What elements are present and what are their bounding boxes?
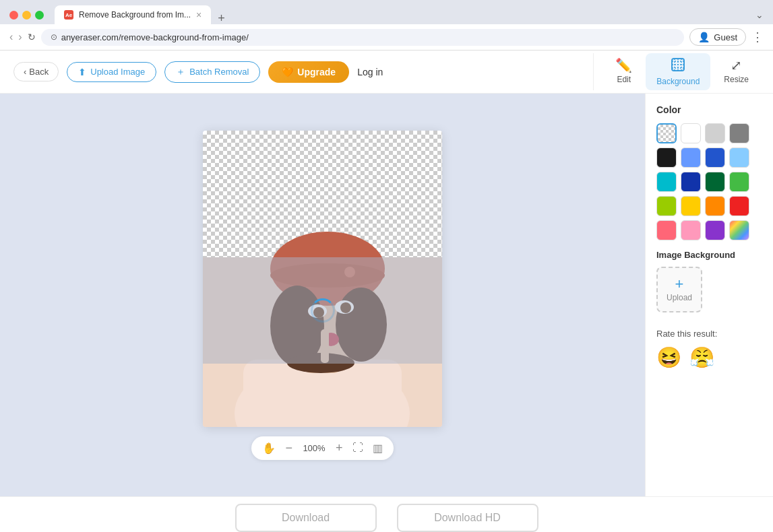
- color-swatch-yellow[interactable]: [681, 196, 701, 216]
- thumbs-down-emoji-button[interactable]: 😤: [689, 345, 714, 369]
- upload-image-button[interactable]: ⬆ Upload Image: [67, 62, 156, 82]
- color-swatch-teal[interactable]: [656, 172, 677, 192]
- color-swatch-skyblue[interactable]: [729, 147, 749, 168]
- color-swatch-blue-light[interactable]: [681, 147, 701, 168]
- color-swatch-gray[interactable]: [729, 123, 749, 143]
- download-hd-section: Download HD Full image: 362 x 453 px i: [397, 504, 538, 533]
- zoom-in-button[interactable]: +: [336, 441, 343, 455]
- color-section-title: Color: [656, 104, 762, 115]
- address-icon: ⊙: [51, 32, 57, 42]
- color-swatch-purple[interactable]: [705, 220, 725, 240]
- loading-spinner: [311, 298, 335, 323]
- color-swatch-blue[interactable]: [705, 147, 725, 168]
- color-swatch-red[interactable]: [729, 196, 749, 216]
- back-label: Back: [29, 67, 49, 77]
- color-swatch-pink[interactable]: [656, 220, 677, 240]
- app-header: ‹ Back ⬆ Upload Image ＋ Batch Removal 🧡 …: [0, 51, 773, 94]
- resize-label: Resize: [724, 75, 749, 84]
- background-icon: [671, 57, 685, 75]
- nav-back-button[interactable]: ‹: [9, 31, 13, 43]
- split-view-button[interactable]: ▥: [373, 442, 383, 455]
- download-section: Download Preview image: 290 x 362 px i: [235, 504, 377, 533]
- zoom-level: 100%: [302, 443, 326, 453]
- tab-overflow-icon[interactable]: ⌄: [755, 9, 764, 20]
- image-bg-title: Image Background: [656, 250, 762, 260]
- color-swatch-lime[interactable]: [656, 196, 677, 216]
- color-swatch-black[interactable]: [656, 147, 677, 168]
- portrait-svg: [203, 131, 442, 427]
- upload-icon: ⬆: [78, 67, 86, 77]
- color-swatch-lightgray[interactable]: [705, 123, 725, 143]
- color-swatch-gradient[interactable]: [729, 220, 749, 240]
- resize-icon: ⤢: [731, 57, 742, 73]
- image-container[interactable]: [203, 131, 442, 427]
- tool-resize-button[interactable]: ⤢ Resize: [713, 53, 760, 90]
- color-swatch-orange[interactable]: [705, 196, 725, 216]
- batch-label: Batch Removal: [189, 67, 249, 77]
- address-text: anyeraser.com/remove-background-from-ima…: [61, 32, 249, 42]
- tool-buttons: ✏️ Edit Background ⤢ Resize: [593, 53, 760, 90]
- main-layout: ✋ − 100% + ⛶ ▥ Color: [0, 94, 773, 496]
- hand-tool-button[interactable]: ✋: [262, 442, 276, 455]
- color-swatch-hotpink[interactable]: [681, 220, 701, 240]
- browser-more-button[interactable]: ⋮: [751, 30, 764, 44]
- login-button[interactable]: Log in: [357, 67, 383, 77]
- download-bar: Download Preview image: 290 x 362 px i D…: [0, 496, 773, 532]
- back-button[interactable]: ‹ Back: [13, 62, 59, 81]
- color-swatch-green-dark[interactable]: [705, 172, 725, 192]
- download-hd-label: Download HD: [434, 512, 501, 523]
- image-bg-section: Image Background + Upload: [656, 250, 762, 312]
- upgrade-button[interactable]: 🧡 Upgrade: [268, 61, 349, 83]
- canvas-area: ✋ − 100% + ⛶ ▥: [0, 94, 645, 496]
- rate-title: Rate this result:: [656, 329, 762, 339]
- download-button[interactable]: Download: [235, 504, 377, 532]
- address-bar-row: ‹ › ↻ ⊙ anyeraser.com/remove-background-…: [0, 24, 773, 51]
- upload-label: Upload Image: [90, 67, 145, 77]
- tool-edit-button[interactable]: ✏️ Edit: [605, 53, 643, 90]
- nav-reload-button[interactable]: ↻: [28, 32, 36, 42]
- traffic-yellow[interactable]: [22, 11, 31, 20]
- batch-icon: ＋: [176, 66, 185, 78]
- upload-img-label: Upload: [667, 293, 692, 302]
- traffic-green[interactable]: [35, 11, 44, 20]
- background-label: Background: [656, 77, 700, 86]
- fit-screen-button[interactable]: ⛶: [352, 442, 363, 454]
- color-grid: [656, 123, 762, 240]
- tool-background-button[interactable]: Background: [646, 53, 710, 90]
- sidebar: Color: [645, 94, 773, 496]
- address-box[interactable]: ⊙ anyeraser.com/remove-background-from-i…: [41, 29, 685, 46]
- spinner-ring: [311, 298, 335, 323]
- emoji-row: 😆 😤: [656, 345, 762, 369]
- zoom-out-button[interactable]: −: [285, 441, 292, 455]
- browser-chrome: Ae Remove Background from Im... × + ⌄ ‹ …: [0, 0, 773, 51]
- back-arrow-icon: ‹: [24, 67, 26, 77]
- nav-forward-button[interactable]: ›: [18, 31, 22, 43]
- image-bg-upload-btn[interactable]: + Upload: [656, 267, 702, 312]
- guest-button[interactable]: 👤 Guest: [689, 28, 746, 46]
- batch-removal-button[interactable]: ＋ Batch Removal: [164, 61, 260, 83]
- tab-favicon: Ae: [64, 10, 73, 20]
- heart-icon: 🧡: [282, 67, 293, 77]
- download-label: Download: [282, 512, 330, 523]
- plus-upload-icon: +: [675, 277, 684, 292]
- upgrade-label: Upgrade: [297, 67, 336, 77]
- rate-section: Rate this result: 😆 😤: [656, 329, 762, 369]
- color-swatch-navy[interactable]: [681, 172, 701, 192]
- edit-icon: ✏️: [615, 57, 632, 73]
- zoom-controls: ✋ − 100% + ⛶ ▥: [251, 436, 393, 460]
- color-swatch-green[interactable]: [729, 172, 749, 192]
- traffic-red[interactable]: [9, 11, 18, 20]
- login-label: Log in: [357, 67, 383, 77]
- tab-close-btn[interactable]: ×: [196, 9, 202, 20]
- color-swatch-transparent[interactable]: [656, 123, 677, 143]
- edit-label: Edit: [617, 75, 631, 84]
- thumbs-up-emoji-button[interactable]: 😆: [656, 345, 681, 369]
- guest-icon: 👤: [698, 32, 710, 42]
- new-tab-button[interactable]: +: [211, 12, 232, 24]
- tab-title: Remove Background from Im...: [79, 10, 191, 20]
- download-hd-button[interactable]: Download HD: [397, 504, 538, 532]
- color-swatch-white[interactable]: [681, 123, 701, 143]
- guest-label: Guest: [714, 32, 737, 42]
- browser-tab[interactable]: Ae Remove Background from Im... ×: [55, 5, 211, 24]
